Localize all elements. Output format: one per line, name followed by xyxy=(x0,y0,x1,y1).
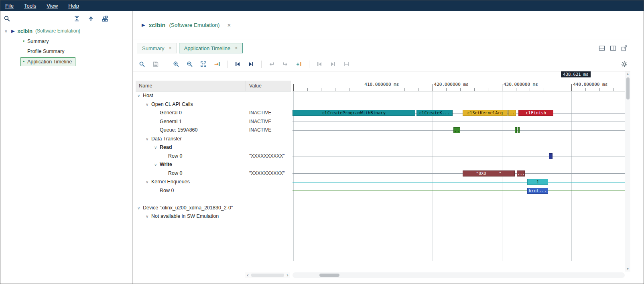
document-title: xclbin xyxy=(148,22,165,28)
table-row[interactable]: Row 0"XXXXXXXXXX" xyxy=(136,152,291,161)
vertical-scroll-thumb[interactable] xyxy=(626,77,630,99)
timeline-bar[interactable]: clCreateProgramWithBinary xyxy=(293,110,415,116)
close-icon[interactable]: × xyxy=(227,22,231,28)
scroll-right-icon[interactable]: › xyxy=(285,272,290,278)
table-scroll-thumb[interactable] xyxy=(251,274,284,277)
timeline-bar[interactable]: "0X0 " xyxy=(463,170,515,176)
tree-item-label: Application Timeline xyxy=(27,59,72,65)
table-row[interactable]: ∨Host xyxy=(136,91,291,100)
menu-item-tools[interactable]: Tools xyxy=(19,0,41,11)
table-row[interactable]: ∨Open CL API Calls xyxy=(136,100,291,109)
table-row[interactable]: General 1INACTIVE xyxy=(136,118,291,126)
sidebar-item-application-timeline[interactable]: •Application Timeline xyxy=(0,57,132,67)
expand-sort-icon[interactable] xyxy=(87,15,94,22)
add-marker-icon[interactable] xyxy=(295,61,303,68)
next-transition-icon[interactable] xyxy=(282,61,289,68)
timeline-bar[interactable]: ... xyxy=(517,170,525,176)
table-row[interactable]: ∨Device "xilinx_u200_xdma_201830_2-0" xyxy=(136,204,291,213)
goto-time-icon[interactable] xyxy=(213,61,221,68)
table-row[interactable]: ∨Kernel Enqueues xyxy=(136,178,291,187)
tab-application-timeline[interactable]: Application Timeline × xyxy=(179,43,243,53)
ruler-major-tick xyxy=(433,84,433,91)
chevron-down-icon[interactable]: ∨ xyxy=(154,143,157,152)
gridline xyxy=(571,91,572,261)
table-row[interactable]: ∨Data Transfer xyxy=(136,135,291,144)
timeline-bar[interactable] xyxy=(515,127,517,133)
sidebar-item-summary[interactable]: •Summary xyxy=(0,36,132,47)
search-icon[interactable] xyxy=(138,61,146,68)
sidebar-item-profile-summary[interactable]: Profile Summary xyxy=(0,47,132,57)
ruler-tick-label: 430.000000 ms xyxy=(504,82,538,87)
timeline-bar[interactable]: krnl... xyxy=(527,188,548,194)
zoom-in-icon[interactable] xyxy=(173,61,180,68)
table-row[interactable]: Queue: 159A860INACTIVE xyxy=(136,126,291,135)
fit-selection-icon[interactable] xyxy=(343,61,350,68)
minimize-panel-icon[interactable]: — xyxy=(117,16,122,22)
split-vertical-icon[interactable] xyxy=(609,45,617,52)
first-marker-icon[interactable] xyxy=(234,61,241,68)
ruler-minor-tick xyxy=(488,88,488,91)
table-row[interactable]: ∨Write xyxy=(136,160,291,169)
column-header-name[interactable]: Name xyxy=(136,81,246,91)
split-horizontal-icon[interactable] xyxy=(598,45,605,52)
chevron-down-icon[interactable]: ∨ xyxy=(146,212,148,221)
vertical-scrollbar[interactable]: ▲ ▼ xyxy=(625,71,630,272)
row-name: Read xyxy=(160,143,172,152)
zoom-out-icon[interactable] xyxy=(186,61,193,68)
scroll-left-icon[interactable]: ‹ xyxy=(245,272,250,278)
ruler-tick-label: 440.000000 ms xyxy=(573,82,607,87)
menu-item-file[interactable]: File xyxy=(5,0,19,11)
ruler-minor-tick xyxy=(460,88,461,91)
chevron-down-icon[interactable]: ∨ xyxy=(146,135,148,144)
gear-icon[interactable] xyxy=(621,61,628,68)
tree-root-xclbin[interactable]: ∨ ▶ xclbin (Software Emulation) xyxy=(0,26,132,36)
table-row[interactable]: ∨Not available in SW Emulation xyxy=(136,212,291,221)
chevron-down-icon[interactable]: ∨ xyxy=(137,204,140,213)
column-header-value[interactable]: Value xyxy=(246,81,291,91)
timeline-bar[interactable]: .. xyxy=(453,127,460,133)
search-icon[interactable] xyxy=(4,15,10,22)
open-new-window-icon[interactable] xyxy=(621,45,628,52)
prev-transition-icon[interactable] xyxy=(268,61,275,68)
table-row[interactable]: ∨Read xyxy=(136,143,291,152)
next-marker-icon[interactable] xyxy=(329,61,337,68)
chevron-down-icon[interactable]: ∨ xyxy=(4,29,8,33)
cursor-line[interactable] xyxy=(562,77,562,261)
table-horizontal-scrollbar[interactable]: ‹ › xyxy=(245,272,290,278)
ruler-minor-tick xyxy=(335,88,335,91)
save-icon[interactable] xyxy=(152,61,159,68)
prev-marker-icon[interactable] xyxy=(316,61,323,68)
close-icon[interactable]: × xyxy=(235,45,238,51)
ruler-tick-label: 410.000000 ms xyxy=(364,82,399,87)
menu-item-help[interactable]: Help xyxy=(63,0,84,11)
scroll-down-icon[interactable]: ▼ xyxy=(626,267,629,272)
chevron-down-icon[interactable]: ∨ xyxy=(137,91,140,100)
menu-item-view[interactable]: View xyxy=(41,0,63,11)
table-row[interactable]: Row 0 xyxy=(136,187,291,195)
chevron-down-icon[interactable]: ∨ xyxy=(154,160,157,169)
table-row[interactable]: General 0INACTIVE xyxy=(136,109,291,118)
row-value: INACTIVE xyxy=(249,126,271,135)
tab-summary[interactable]: Summary × xyxy=(137,43,177,53)
chevron-down-icon[interactable]: ∨ xyxy=(146,178,148,187)
table-row[interactable]: Row 0"XXXXXXXXXX" xyxy=(136,169,291,178)
timeline-bar[interactable]: clFinish xyxy=(518,110,553,116)
chevron-down-icon[interactable]: ∨ xyxy=(146,100,148,109)
timeline-bar[interactable] xyxy=(518,127,520,133)
timeline-canvas[interactable]: 410.000000 ms420.000000 ms430.000000 ms4… xyxy=(293,71,625,272)
scroll-up-icon[interactable]: ▲ xyxy=(626,71,629,76)
timeline-horizontal-scrollbar[interactable] xyxy=(293,272,625,278)
timeline-scroll-thumb[interactable] xyxy=(319,274,339,277)
document-title-suffix: (Software Emulation) xyxy=(169,22,219,28)
timeline-bar[interactable]: 1 xyxy=(527,179,548,185)
timeline-bar[interactable]: .. xyxy=(508,110,516,116)
zoom-fit-icon[interactable] xyxy=(200,61,207,68)
collapse-all-icon[interactable] xyxy=(73,15,80,22)
close-icon[interactable]: × xyxy=(169,45,172,51)
timeline-bar[interactable] xyxy=(549,153,553,159)
hierarchy-icon[interactable] xyxy=(102,15,108,22)
timeline-bar[interactable]: clCreateK... xyxy=(416,110,453,116)
last-marker-icon[interactable] xyxy=(248,61,255,68)
timeline-bar[interactable]: clSetKernelArg xyxy=(463,110,508,116)
toolbar-separator xyxy=(166,61,166,68)
